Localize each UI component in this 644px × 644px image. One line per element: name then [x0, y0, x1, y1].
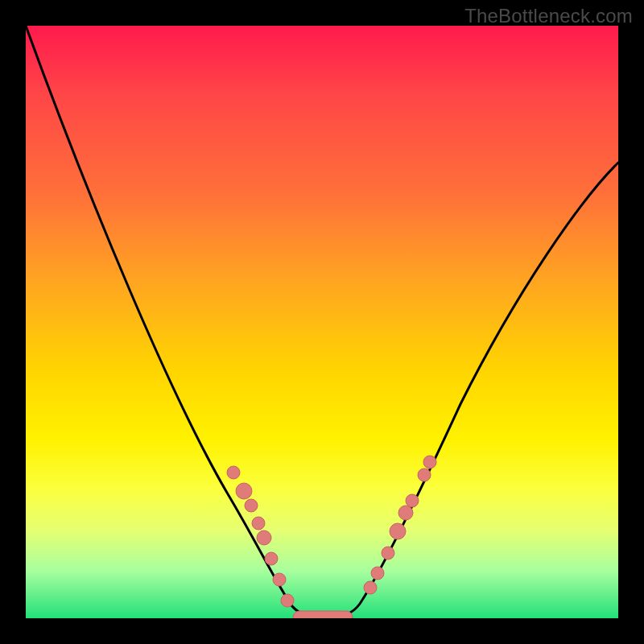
- chart-svg: [26, 26, 618, 618]
- marker-left-7: [281, 594, 294, 607]
- marker-right-6: [418, 469, 431, 481]
- marker-left-1: [236, 483, 252, 499]
- bottleneck-curve: [26, 26, 618, 618]
- chart-frame: TheBottleneck.com: [0, 0, 644, 644]
- marker-left-5: [265, 552, 278, 565]
- marker-left-3: [252, 517, 265, 530]
- marker-right-1: [371, 567, 384, 580]
- marker-bottom-bar: [293, 611, 353, 618]
- marker-right-7: [423, 456, 436, 469]
- marker-left-6: [273, 573, 286, 586]
- plot-area: [26, 26, 618, 618]
- watermark-text: TheBottleneck.com: [464, 5, 633, 27]
- marker-left-0: [227, 466, 240, 479]
- marker-right-4: [398, 506, 413, 520]
- marker-right-3: [390, 523, 406, 539]
- marker-right-0: [364, 581, 377, 594]
- marker-left-4: [257, 530, 271, 545]
- marker-right-2: [382, 547, 394, 559]
- marker-left-2: [245, 499, 258, 512]
- marker-right-5: [406, 494, 419, 507]
